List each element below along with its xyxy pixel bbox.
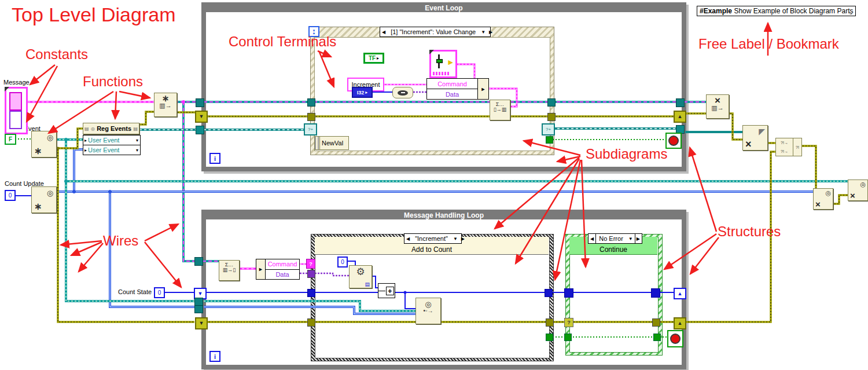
annotation-arrows bbox=[0, 0, 868, 370]
annotation-control-terminals: Control Terminals bbox=[229, 34, 336, 50]
bookmark-text: Show Example of Block Diagram Parts bbox=[732, 7, 853, 15]
resize-handle-icon[interactable]: ↘ bbox=[847, 8, 853, 16]
annotation-structures: Structures bbox=[718, 224, 781, 240]
annotation-constants: Constants bbox=[25, 46, 88, 63]
bookmark-free-label[interactable]: #Example Show Example of Block Diagram P… bbox=[697, 6, 856, 16]
annotation-free-label: Free Label / Bookmark bbox=[698, 36, 839, 52]
annotation-wires: Wires bbox=[103, 233, 138, 249]
annotation-subdiagrams: Subdiagrams bbox=[586, 146, 667, 162]
bookmark-tag: #Example bbox=[700, 7, 732, 15]
annotation-functions: Functions bbox=[83, 74, 143, 90]
annotation-title: Top Level Diagram bbox=[12, 3, 175, 26]
